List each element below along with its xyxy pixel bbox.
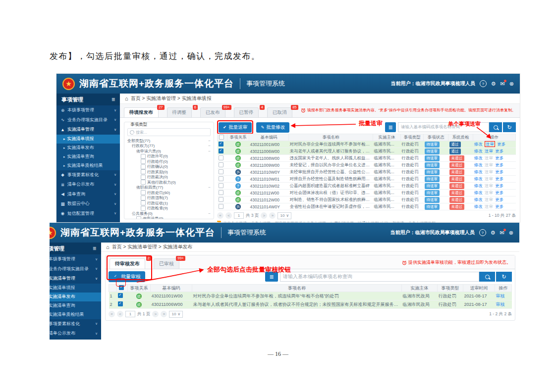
filter-tree-item[interactable]: 行政奖励(0) −	[127, 169, 211, 175]
row-checkbox[interactable]	[219, 204, 223, 209]
sidebar-item[interactable]: ▸ 实施清单质检结果 ∨	[50, 310, 101, 319]
logout-icon[interactable]: ⊗	[509, 230, 513, 236]
more-link[interactable]: 更多	[495, 197, 503, 202]
checkbox[interactable]	[141, 180, 146, 185]
message-icon[interactable]: ✉	[500, 81, 505, 87]
filter-search-input[interactable]: 搜索...	[127, 128, 211, 136]
tab[interactable]: 已发布 99+	[200, 107, 225, 117]
submit-link[interactable]: 送审	[485, 197, 493, 202]
row-checkbox[interactable]	[219, 169, 223, 174]
prev-page-button[interactable]: <	[117, 311, 123, 317]
sidebar-item[interactable]: ◀ ▸ 清单查询 ∨	[50, 339, 101, 340]
more-link[interactable]: 更多	[497, 142, 505, 147]
batch-edit-button[interactable]: ✎ 批量修改	[256, 122, 289, 133]
sidebar-item[interactable]: ▸ 实施清单填报 ∨	[56, 135, 120, 144]
edit-link[interactable]: 修改	[474, 190, 483, 195]
select-all-checkbox[interactable]	[219, 135, 224, 140]
message-icon[interactable]: ✉	[500, 230, 504, 236]
filter-tree-item[interactable]: 行政许可(0) −	[127, 154, 211, 159]
filter-tree-item[interactable]: 行政给付(0) −	[127, 159, 211, 164]
filter-tree-item[interactable]: 全部类型(77) −	[127, 138, 211, 144]
more-link[interactable]: 更多	[495, 169, 503, 174]
sidebar-item[interactable]: ▲ ▸ 实施清单管理 ∨	[56, 125, 120, 135]
page-input[interactable]: 1	[125, 311, 135, 317]
collapse-icon[interactable]: −	[208, 211, 211, 216]
menu-icon[interactable]: ≡	[111, 96, 115, 103]
tab[interactable]: 已暂停 4	[234, 107, 259, 117]
filter-tree-item[interactable]: 行政检查(9) −	[127, 206, 211, 211]
sidebar-item[interactable]: ⊕ ▸ 本级事项管理 ∨	[56, 105, 120, 115]
tab[interactable]: 待填报发布 27	[124, 107, 159, 117]
filter-tree-item[interactable]: 行政确认(0) −	[127, 164, 211, 170]
more-link[interactable]: 更多	[495, 148, 503, 153]
sidebar-item[interactable]: ◀ ▸ 清单查询 ∨	[56, 190, 120, 199]
select-all-checkbox[interactable]	[119, 285, 124, 290]
last-page-button[interactable]: »	[269, 212, 276, 219]
collapse-icon[interactable]: −	[208, 144, 211, 148]
edit-link[interactable]: 修改	[474, 183, 483, 188]
submit-link[interactable]: 送审	[485, 183, 493, 188]
row-checkbox[interactable]	[219, 176, 223, 181]
row-checkbox[interactable]	[219, 190, 223, 195]
home-icon[interactable]: ⌂	[125, 96, 128, 101]
sidebar-item[interactable]: ▸ 实施清单查询 ∨	[50, 301, 101, 310]
submit-link[interactable]: 送审	[485, 204, 493, 209]
row-checkbox[interactable]	[219, 162, 223, 167]
tab[interactable]: 已取消 85	[267, 107, 292, 117]
search-button[interactable]	[489, 122, 502, 132]
tab[interactable]: 待审核发布 2	[110, 258, 145, 269]
submit-link[interactable]: 送审	[485, 162, 493, 167]
sidebar-item[interactable]: ▦ ▸ 数据云中心 ∨	[56, 199, 120, 209]
gear-icon[interactable]: ⚙	[491, 230, 496, 236]
more-link[interactable]: 更多	[495, 190, 503, 195]
batch-review-button[interactable]: 批量审核	[109, 271, 145, 282]
help-icon[interactable]: ?	[480, 80, 487, 87]
edit-link[interactable]: 修改	[474, 169, 483, 174]
sidebar-item[interactable]: ▸ 实施清单发布 ∨	[56, 144, 120, 152]
filter-tree-item[interactable]: 行政征收(1) −	[127, 200, 211, 206]
sidebar-item[interactable]: ◉ ▸ 短信配置管理 ∨	[56, 209, 120, 219]
filter-tree-item[interactable]: 依职权四类(77) −	[127, 185, 211, 191]
submit-link[interactable]: 送审	[485, 148, 493, 153]
filter-tree-item[interactable]: 行政权力(77) −	[127, 144, 211, 149]
submit-link[interactable]: 送审	[485, 169, 493, 174]
row-checkbox[interactable]	[219, 197, 223, 202]
sidebar-item[interactable]: ◆ ▸ 事项要素标准化 ∨	[56, 170, 120, 180]
checkbox[interactable]	[141, 169, 146, 174]
gear-icon[interactable]: ⚙	[491, 81, 496, 87]
edit-link[interactable]: 修改	[474, 162, 483, 167]
sidebar-item[interactable]: ≣ ▸ 清单公示发布 ∨	[50, 329, 101, 339]
sidebar-item[interactable]: ≣ ▸ 清单公示发布 ∨	[56, 180, 120, 190]
home-icon[interactable]: ⌂	[106, 244, 110, 250]
collapse-icon[interactable]: −	[208, 139, 211, 143]
filter-tree-item[interactable]: 依申请类(0) −	[127, 216, 211, 220]
refresh-button[interactable]: ↻	[496, 272, 512, 282]
sidebar-item[interactable]: ▸ 实施清单发布 ∨	[50, 293, 101, 301]
page-input[interactable]: 1	[234, 212, 244, 219]
edit-link[interactable]: 修改	[474, 148, 483, 153]
help-icon[interactable]: ?	[479, 229, 486, 236]
checkbox[interactable]	[141, 175, 146, 180]
filter-tree-item[interactable]: 依申请六类(0) −	[127, 148, 211, 154]
sidebar-item[interactable]: ▸ 实施清单质检结果 ∨	[56, 161, 120, 170]
search-button[interactable]	[479, 272, 495, 282]
sidebar-item[interactable]: ◆ ▸ 事项要素标准化 ∨	[50, 319, 101, 329]
edit-link[interactable]: 修改	[474, 176, 483, 181]
sidebar-item[interactable]: ∿ ▸ 业务办理项实施目录 ∨	[50, 264, 101, 274]
filter-tree-item[interactable]: 行政强制(7) −	[127, 196, 211, 201]
logout-icon[interactable]: ⊗	[509, 81, 514, 87]
more-link[interactable]: 更多	[495, 204, 503, 209]
submit-link[interactable]: 送审	[485, 176, 493, 181]
more-link[interactable]: 更多	[495, 176, 503, 181]
sidebar-item[interactable]: ⊕ ▸ 本级事项管理 ∨	[50, 254, 101, 264]
submit-link[interactable]: 送审	[485, 141, 495, 147]
checkbox[interactable]	[141, 154, 146, 159]
more-link[interactable]: 更多	[495, 183, 503, 188]
sidebar-item[interactable]: ▲ ▸ 实施清单管理 ∨	[50, 274, 101, 284]
sidebar-item[interactable]: ▸ 实施清单填报 ∨	[50, 284, 101, 293]
row-checkbox[interactable]	[118, 293, 123, 298]
checkbox[interactable]	[141, 159, 146, 164]
checkbox[interactable]	[141, 206, 146, 211]
row-checkbox[interactable]	[219, 142, 223, 147]
filter-tree-item[interactable]: 行政裁决(0) −	[127, 175, 211, 180]
